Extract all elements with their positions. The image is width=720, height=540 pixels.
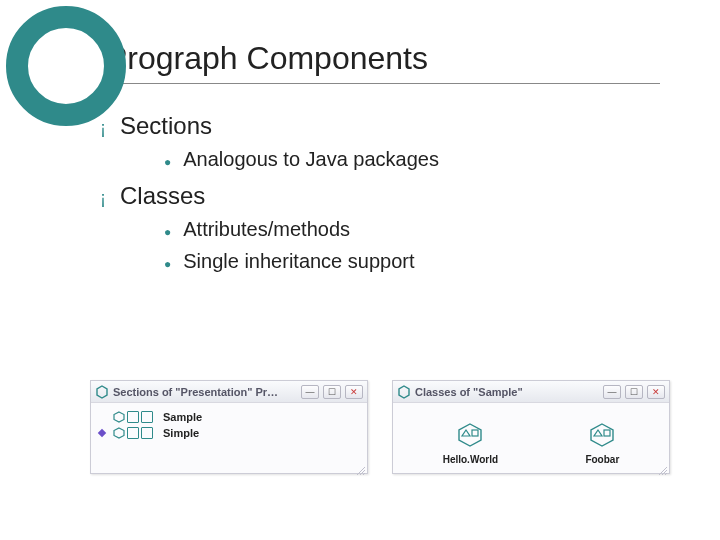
slide-title: Prograph Components xyxy=(106,40,670,77)
classes-window-title: Classes of "Sample" xyxy=(415,386,599,398)
svg-marker-5 xyxy=(462,430,470,436)
marker-icon xyxy=(98,429,106,437)
title-underline xyxy=(106,83,660,84)
hex-icon xyxy=(113,427,125,439)
svg-marker-0 xyxy=(97,386,107,398)
minimize-button[interactable]: — xyxy=(301,385,319,399)
resize-handle-icon[interactable] xyxy=(355,461,365,471)
box-icon xyxy=(141,427,153,439)
svg-marker-8 xyxy=(594,430,602,436)
sections-window: Sections of "Presentation" Pr… — ☐ ✕ Sam… xyxy=(90,380,368,474)
section-item[interactable]: Sample xyxy=(99,409,359,425)
windows-row: Sections of "Presentation" Pr… — ☐ ✕ Sam… xyxy=(90,380,670,474)
maximize-button[interactable]: ☐ xyxy=(323,385,341,399)
ring-bullet-icon: ¡ xyxy=(100,186,106,210)
minimize-button[interactable]: — xyxy=(603,385,621,399)
bullet-sections: ¡ Sections xyxy=(100,112,670,140)
close-button[interactable]: ✕ xyxy=(647,385,665,399)
hex-icon xyxy=(397,385,411,399)
hex-icon xyxy=(113,411,125,423)
dot-bullet-icon: ● xyxy=(164,152,171,172)
svg-rect-9 xyxy=(604,430,610,436)
close-button[interactable]: ✕ xyxy=(345,385,363,399)
bullet-classes: ¡ Classes xyxy=(100,182,670,210)
dot-bullet-icon: ● xyxy=(164,254,171,274)
section-item-label: Sample xyxy=(163,411,202,423)
subbullet-sections-0: ● Analogous to Java packages xyxy=(164,148,670,172)
classes-window: Classes of "Sample" — ☐ ✕ Hello.World xyxy=(392,380,670,474)
dot-bullet-icon: ● xyxy=(164,222,171,242)
hex-icon xyxy=(95,385,109,399)
accent-circle xyxy=(6,6,126,126)
class-item[interactable]: Foobar xyxy=(585,422,619,465)
svg-rect-6 xyxy=(472,430,478,436)
sections-window-titlebar[interactable]: Sections of "Presentation" Pr… — ☐ ✕ xyxy=(91,381,367,403)
maximize-button[interactable]: ☐ xyxy=(625,385,643,399)
section-glyphs xyxy=(113,427,153,439)
section-glyphs xyxy=(113,411,153,423)
svg-marker-3 xyxy=(399,386,409,398)
subbullet-classes-1-label: Single inheritance support xyxy=(183,250,414,273)
class-icon xyxy=(455,422,485,448)
box-icon xyxy=(127,411,139,423)
bullet-classes-label: Classes xyxy=(120,182,205,210)
box-icon xyxy=(141,411,153,423)
subbullet-classes-0-label: Attributes/methods xyxy=(183,218,350,241)
bullet-sections-label: Sections xyxy=(120,112,212,140)
box-icon xyxy=(127,427,139,439)
section-item-label: Simple xyxy=(163,427,199,439)
section-item[interactable]: Simple xyxy=(99,425,359,441)
subbullet-classes-0: ● Attributes/methods xyxy=(164,218,670,242)
subbullet-sections-0-label: Analogous to Java packages xyxy=(183,148,439,171)
classes-window-body: Hello.World Foobar xyxy=(393,403,669,473)
svg-marker-1 xyxy=(114,412,124,422)
sections-window-title: Sections of "Presentation" Pr… xyxy=(113,386,297,398)
class-icon xyxy=(587,422,617,448)
class-item-label: Hello.World xyxy=(443,454,498,465)
ring-bullet-icon: ¡ xyxy=(100,116,106,140)
class-item[interactable]: Hello.World xyxy=(443,422,498,465)
class-item-label: Foobar xyxy=(585,454,619,465)
resize-handle-icon[interactable] xyxy=(657,461,667,471)
subbullet-classes-1: ● Single inheritance support xyxy=(164,250,670,274)
classes-window-titlebar[interactable]: Classes of "Sample" — ☐ ✕ xyxy=(393,381,669,403)
sections-window-body: Sample Simple xyxy=(91,403,367,473)
svg-marker-2 xyxy=(114,428,124,438)
